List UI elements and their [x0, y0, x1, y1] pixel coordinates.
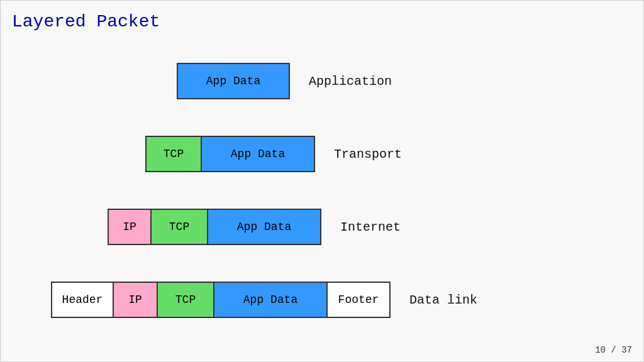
segment-header-datalink: Header	[51, 282, 114, 318]
slide-number: 10 / 37	[595, 345, 632, 355]
segment-tcp-transport: TCP	[145, 136, 202, 172]
packet-application: App Data	[177, 63, 290, 99]
packet-datalink: Header IP TCP App Data Footer	[51, 282, 391, 318]
label-application: Application	[309, 74, 392, 89]
layer-row-internet: IP TCP App Data Internet	[38, 209, 606, 245]
label-transport: Transport	[334, 147, 402, 162]
layer-row-datalink: Header IP TCP App Data Footer Data link	[38, 282, 606, 318]
segment-tcp-internet: TCP	[152, 209, 208, 245]
segment-ip-internet: IP	[108, 209, 152, 245]
packet-internet: IP TCP App Data	[108, 209, 321, 245]
slide-title: Layered Packet	[12, 12, 160, 31]
segment-ip-datalink: IP	[114, 282, 158, 318]
segment-tcp-datalink: TCP	[158, 282, 214, 318]
layer-row-transport: TCP App Data Transport	[38, 136, 606, 172]
segment-appdata-datalink: App Data	[214, 282, 328, 318]
diagram: App Data Application TCP App Data Transp…	[38, 45, 606, 336]
layer-row-application: App Data Application	[38, 63, 606, 99]
slide: Layered Packet App Data Application TCP …	[0, 0, 644, 362]
packet-transport: TCP App Data	[145, 136, 315, 172]
segment-footer-datalink: Footer	[328, 282, 391, 318]
segment-appdata-application: App Data	[177, 63, 290, 99]
label-internet: Internet	[340, 220, 401, 234]
segment-appdata-internet: App Data	[208, 209, 321, 245]
segment-appdata-transport: App Data	[202, 136, 315, 172]
label-datalink: Data link	[409, 293, 477, 307]
